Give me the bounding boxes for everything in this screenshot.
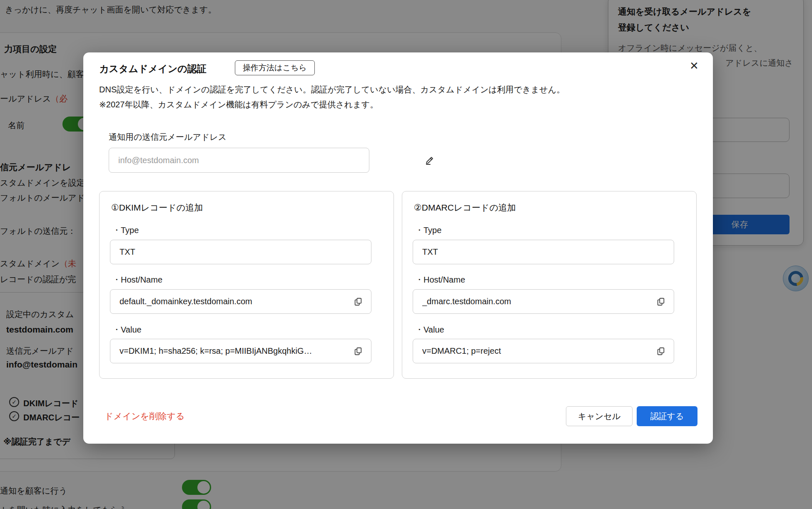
cancel-button[interactable]: キャンセル	[566, 406, 633, 426]
dkim-type-label: ・Type	[112, 225, 139, 236]
modal-title: カスタムドメインの認証	[99, 62, 207, 75]
dmarc-type-field: TXT	[413, 240, 674, 264]
dmarc-value-field: v=DMARC1; p=reject	[413, 339, 674, 363]
dmarc-type-label: ・Type	[415, 225, 441, 236]
edit-pencil-icon[interactable]	[423, 153, 437, 167]
dmarc-host-label: ・Host/Name	[415, 274, 465, 286]
copy-icon[interactable]	[654, 295, 668, 309]
dkim-value-field: v=DKIM1; h=sha256; k=rsa; p=MIIBIjANBgkq…	[110, 339, 371, 363]
close-icon[interactable]: ✕	[687, 58, 702, 73]
dmarc-record-card: ②DMARCレコードの追加 ・Type TXT ・Host/Name _dmar…	[402, 191, 697, 379]
dkim-type-field: TXT	[110, 240, 371, 264]
dkim-host-field: default._domainkey.testdomain.com	[110, 289, 371, 314]
dkim-host-value: default._domainkey.testdomain.com	[120, 297, 351, 306]
verify-button[interactable]: 認証する	[637, 406, 697, 426]
modal-description: DNS設定を行い、ドメインの認証を完了してください。認証が完了していない場合、カ…	[99, 84, 565, 95]
help-button[interactable]: 操作方法はこちら	[235, 60, 315, 75]
copy-icon[interactable]	[351, 344, 365, 358]
delete-domain-link[interactable]: ドメインを削除する	[105, 410, 184, 422]
dkim-value-label: ・Value	[112, 324, 142, 335]
dkim-value-value: v=DKIM1; h=sha256; k=rsa; p=MIIBIjANBgkq…	[120, 346, 351, 356]
dmarc-host-value: _dmarc.testdomain.com	[422, 297, 654, 306]
dkim-host-label: ・Host/Name	[112, 274, 162, 286]
sender-email-field-label: 通知用の送信元メールアドレス	[109, 132, 227, 143]
dmarc-type-value: TXT	[422, 247, 668, 257]
copy-icon[interactable]	[351, 295, 365, 309]
copy-icon[interactable]	[654, 344, 668, 358]
custom-domain-verification-modal: カスタムドメインの認証 操作方法はこちら ✕ DNS設定を行い、ドメインの認証を…	[83, 52, 713, 444]
modal-note: ※2027年以降、カスタムドメイン機能は有料プランのみで提供されます。	[99, 99, 378, 110]
dkim-record-card: ①DKIMレコードの追加 ・Type TXT ・Host/Name defaul…	[99, 191, 394, 379]
dmarc-host-field: _dmarc.testdomain.com	[413, 289, 674, 314]
dkim-card-title: ①DKIMレコードの追加	[111, 202, 203, 214]
dmarc-value-label: ・Value	[415, 324, 444, 335]
dkim-type-value: TXT	[120, 247, 365, 257]
dmarc-value-value: v=DMARC1; p=reject	[422, 346, 654, 356]
settings-page: きっかけに、再度チャット画面を開いて対応できます。 力項目の設定 ャット利用時に…	[0, 0, 812, 509]
dmarc-card-title: ②DMARCレコードの追加	[414, 202, 516, 214]
sender-email-input[interactable]	[109, 148, 369, 173]
